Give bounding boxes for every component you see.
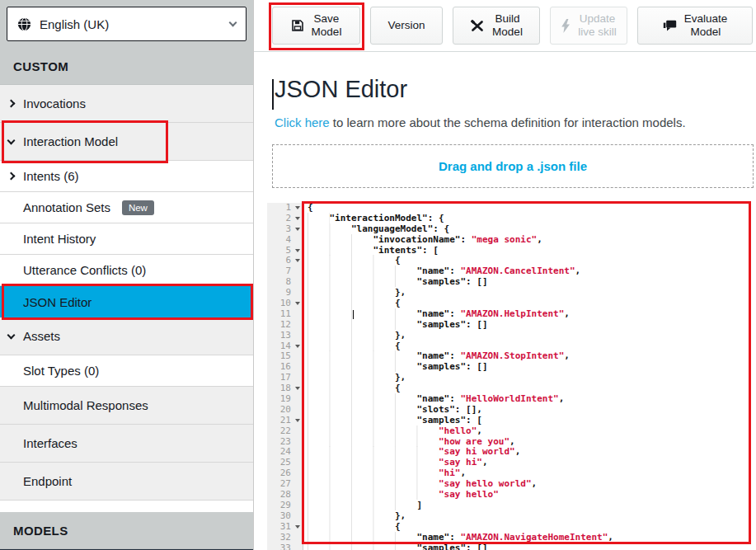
fold-arrow-icon[interactable] bbox=[295, 206, 300, 209]
code-line[interactable]: 33 "samples": [] bbox=[267, 543, 756, 550]
update-live-skill-label: Updatelive skill bbox=[578, 12, 617, 38]
sidebar-item-label: Intent History bbox=[23, 232, 96, 246]
line-number: 22 bbox=[267, 426, 303, 437]
code-line[interactable]: 20 "slots": [], bbox=[267, 405, 756, 416]
code-text[interactable]: }, bbox=[303, 511, 756, 522]
code-text[interactable]: "invocationName": "mega sonic", bbox=[303, 235, 756, 246]
click-here-link[interactable]: Click here bbox=[275, 115, 330, 129]
line-number: 32 bbox=[267, 533, 303, 543]
sidebar-item-intent-history[interactable]: Intent History bbox=[0, 223, 253, 255]
sidebar-item-invocations[interactable]: Invocations bbox=[0, 85, 253, 123]
code-text[interactable]: "hello", bbox=[303, 426, 756, 437]
sidebar-item-json-editor[interactable]: JSON Editor bbox=[0, 286, 253, 317]
line-number: 30 bbox=[267, 511, 303, 522]
section-header-label: CUSTOM bbox=[13, 59, 68, 73]
fold-arrow-icon[interactable] bbox=[295, 217, 300, 220]
build-tools-icon bbox=[470, 20, 485, 32]
code-text[interactable]: "samples": [] bbox=[303, 543, 756, 550]
line-number: 10 bbox=[267, 299, 303, 309]
fold-arrow-icon[interactable] bbox=[295, 345, 300, 348]
code-line[interactable]: 29 ] bbox=[267, 501, 756, 511]
language-selector[interactable]: English (UK) bbox=[7, 7, 247, 41]
sidebar-item-utterance-conflicts[interactable]: Utterance Conflicts (0) bbox=[0, 255, 253, 286]
version-button[interactable]: Version bbox=[370, 7, 443, 45]
fold-arrow-icon[interactable] bbox=[295, 259, 300, 262]
line-number: 29 bbox=[267, 501, 303, 511]
chevron-down-icon[interactable] bbox=[8, 335, 23, 338]
code-line[interactable]: 11 "name": "AMAZON.HelpIntent", bbox=[267, 309, 756, 320]
evaluate-model-label: EvaluateModel bbox=[684, 12, 728, 38]
json-code-editor[interactable]: 1{2 "interactionModel": {3 "languageMode… bbox=[267, 201, 756, 550]
sidebar-item-label: JSON Editor bbox=[23, 295, 92, 309]
line-number: 19 bbox=[267, 394, 303, 405]
sidebar-item-interaction-model[interactable]: Interaction Model bbox=[0, 123, 253, 161]
sidebar-item-label: Slot Types (0) bbox=[23, 364, 99, 378]
fold-arrow-icon[interactable] bbox=[295, 249, 300, 252]
toolbar: SaveModelVersionBuildModelUpdatelive ski… bbox=[254, 0, 756, 52]
code-text[interactable]: "say hello" bbox=[303, 490, 756, 501]
code-line[interactable]: 30 }, bbox=[267, 511, 756, 522]
sidebar-item-label: Annotation Sets bbox=[23, 200, 110, 214]
code-line[interactable]: 19 "name": "HelloWorldIntent", bbox=[267, 394, 756, 405]
save-model-button[interactable]: SaveModel bbox=[272, 7, 360, 45]
line-number: 13 bbox=[267, 331, 303, 341]
line-number: 33 bbox=[267, 543, 303, 550]
sidebar-item-annotation-sets[interactable]: Annotation SetsNew bbox=[0, 192, 253, 223]
section-header-label: MODELS bbox=[13, 524, 68, 538]
language-selector-label: English (UK) bbox=[40, 17, 230, 31]
fold-arrow-icon[interactable] bbox=[295, 228, 300, 231]
code-text[interactable]: ] bbox=[303, 501, 756, 511]
code-text[interactable]: "samples": [] bbox=[303, 320, 756, 331]
fold-arrow-icon[interactable] bbox=[295, 387, 300, 390]
line-number: 20 bbox=[267, 405, 303, 416]
fold-arrow-icon[interactable] bbox=[295, 525, 300, 529]
section-header-models: MODELS bbox=[0, 512, 253, 549]
dropzone-label: Drag and drop a .json file bbox=[439, 159, 587, 173]
sidebar-item-intents[interactable]: Intents (6) bbox=[0, 161, 253, 192]
build-model-label: BuildModel bbox=[492, 12, 523, 38]
code-line[interactable]: 4 "invocationName": "mega sonic", bbox=[267, 235, 756, 246]
globe-icon bbox=[17, 17, 31, 31]
sidebar-item-label: Multimodal Responses bbox=[23, 398, 148, 412]
code-line[interactable]: 32 "name": "AMAZON.NavigateHomeIntent", bbox=[267, 533, 756, 543]
code-line[interactable]: 13 }, bbox=[267, 331, 756, 341]
code-line[interactable]: 21 "samples": [ bbox=[267, 416, 756, 426]
schema-help-rest: to learn more about the schema definitio… bbox=[330, 115, 686, 129]
code-line[interactable]: 12 "samples": [] bbox=[267, 320, 756, 331]
sidebar-item-assets[interactable]: Assets bbox=[0, 317, 253, 355]
sidebar-item-slot-types[interactable]: Slot Types (0) bbox=[0, 355, 253, 387]
sidebar-item-multimodal-responses[interactable]: Multimodal Responses bbox=[0, 387, 253, 425]
line-number: 3 bbox=[267, 224, 303, 235]
code-line[interactable]: 2 "interactionModel": { bbox=[267, 214, 756, 224]
sidebar-item-endpoint[interactable]: Endpoint bbox=[0, 463, 253, 501]
new-badge: New bbox=[122, 200, 154, 215]
line-number: 11 bbox=[267, 309, 303, 320]
line-number: 12 bbox=[267, 320, 303, 331]
evaluate-model-button[interactable]: EvaluateModel bbox=[637, 7, 753, 45]
code-line[interactable]: 22 "hello", bbox=[267, 426, 756, 437]
chevron-down-icon[interactable] bbox=[8, 140, 23, 143]
code-text[interactable]: "slots": [], bbox=[303, 405, 756, 416]
code-text[interactable]: "name": "AMAZON.NavigateHomeIntent", bbox=[303, 533, 756, 543]
sidebar-item-label: Assets bbox=[23, 329, 60, 343]
code-text[interactable]: }, bbox=[303, 331, 756, 341]
chevron-right-icon[interactable] bbox=[8, 101, 23, 106]
save-model-label: SaveModel bbox=[312, 12, 342, 38]
section-header-custom: CUSTOM bbox=[0, 48, 253, 85]
sidebar-item-label: Endpoint bbox=[23, 474, 72, 488]
editor-caret bbox=[353, 310, 355, 319]
code-text[interactable]: "name": "AMAZON.HelpIntent", bbox=[303, 309, 756, 320]
build-model-button[interactable]: BuildModel bbox=[453, 7, 540, 45]
sidebar-item-label: Intents (6) bbox=[23, 169, 79, 183]
sidebar-item-interfaces[interactable]: Interfaces bbox=[0, 425, 253, 463]
text-cursor bbox=[272, 79, 274, 110]
fold-arrow-icon[interactable] bbox=[295, 302, 300, 305]
code-line[interactable]: 28 "say hello" bbox=[267, 490, 756, 501]
chevron-right-icon[interactable] bbox=[8, 173, 23, 179]
code-text[interactable]: "name": "HelloWorldIntent", bbox=[303, 394, 756, 405]
code-text[interactable]: "samples": [ bbox=[303, 416, 756, 426]
fold-arrow-icon[interactable] bbox=[295, 419, 300, 422]
json-dropzone[interactable]: Drag and drop a .json file bbox=[272, 144, 754, 188]
page-title: JSON Editor bbox=[275, 76, 407, 103]
sidebar-item-label: Invocations bbox=[23, 96, 86, 110]
